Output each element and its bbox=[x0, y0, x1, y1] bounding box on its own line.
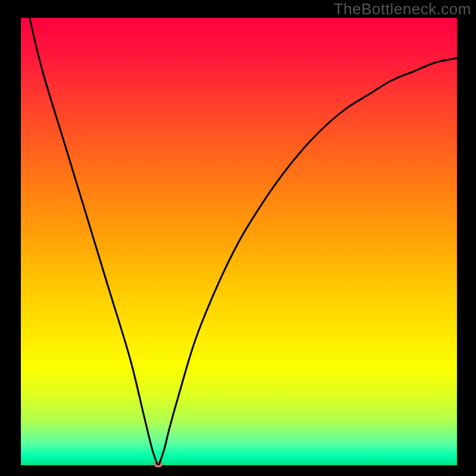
bottleneck-curve bbox=[21, 18, 457, 465]
chart-frame: TheBottleneck.com bbox=[0, 0, 476, 476]
curve-path bbox=[30, 18, 457, 465]
plot-area bbox=[21, 18, 457, 465]
watermark-text: TheBottleneck.com bbox=[334, 0, 471, 18]
